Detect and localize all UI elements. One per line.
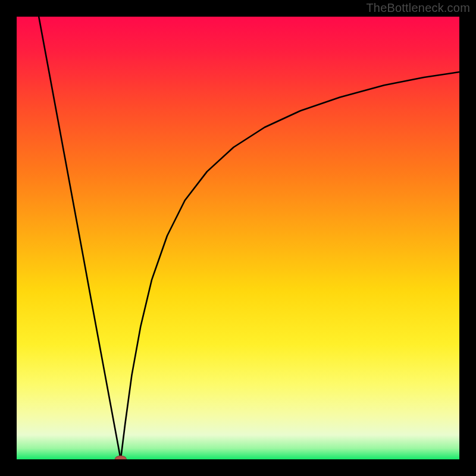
chart-svg [17,17,459,459]
chart-frame: TheBottleneck.com [0,0,476,476]
plot-area [17,17,459,459]
watermark-text: TheBottleneck.com [366,1,470,15]
